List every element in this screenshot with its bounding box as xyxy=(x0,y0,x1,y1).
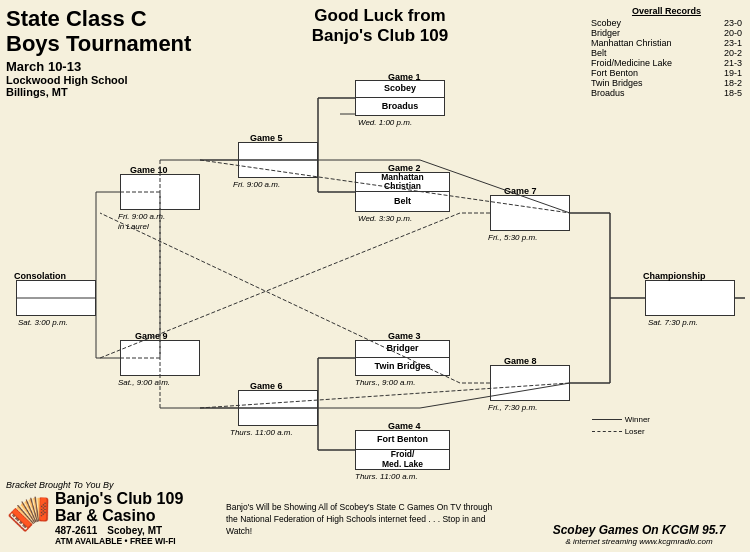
header-center: Good Luck from Banjo's Club 109 xyxy=(280,6,480,47)
record-row: Belt20-2 xyxy=(589,48,744,58)
game3-team2: Twin Bridges xyxy=(356,358,449,375)
game4-box: Fort Benton Froid/Med. Lake xyxy=(355,430,450,470)
game2-box: ManhattanChristian Belt xyxy=(355,172,450,212)
game8-label: Game 8 xyxy=(504,356,537,366)
game3-time: Thurs., 9:00 a.m. xyxy=(355,378,415,387)
record-row: Bridger20-0 xyxy=(589,28,744,38)
game8-time: Fri., 7:30 p.m. xyxy=(488,403,537,412)
tv-text: Banjo's Will be Showing All of Scobey's … xyxy=(226,502,492,536)
record-team-record: 20-0 xyxy=(712,28,744,38)
record-team-name: Broadus xyxy=(589,88,712,98)
banjo-icon: 🪗 xyxy=(6,492,51,534)
game6-label: Game 6 xyxy=(250,381,283,391)
championship-label: Championship xyxy=(643,271,706,281)
game3-box: Bridger Twin Bridges xyxy=(355,340,450,376)
sponsor-phone: 487-2611 xyxy=(55,525,97,536)
loser-legend: Loser xyxy=(592,427,650,436)
sponsor-header: Good Luck from Banjo's Club 109 xyxy=(280,6,480,47)
game1-time: Wed. 1:00 p.m. xyxy=(358,118,412,127)
game6-time: Thurs. 11:00 a.m. xyxy=(230,428,293,437)
records-title: Overall Records xyxy=(589,6,744,16)
bracket-by-text: Bracket Brought To You By xyxy=(6,480,221,490)
bottom-sponsor: Bracket Brought To You By 🪗 Banjo's Club… xyxy=(6,480,221,546)
championship-box xyxy=(645,280,735,316)
record-team-name: Twin Bridges xyxy=(589,78,712,88)
record-team-record: 23-1 xyxy=(712,38,744,48)
record-team-name: Bridger xyxy=(589,28,712,38)
game10-label: Game 10 xyxy=(130,165,168,175)
header-left: State Class C Boys Tournament March 10-1… xyxy=(6,6,226,98)
sponsor-name1: Banjo's Club 109 Bar & Casino xyxy=(55,490,183,525)
record-team-name: Froid/Medicine Lake xyxy=(589,58,712,68)
tournament-location-line2: Billings, MT xyxy=(6,86,226,98)
game3-label: Game 3 xyxy=(388,331,421,341)
website-text: & internet streaming www.kcgmradio.com xyxy=(534,537,744,546)
game2-team1: ManhattanChristian xyxy=(356,173,449,192)
consolation-label: Consolation xyxy=(14,271,66,281)
record-team-record: 18-2 xyxy=(712,78,744,88)
consolation-box xyxy=(16,280,96,316)
bottom-center-text: Banjo's Will be Showing All of Scobey's … xyxy=(226,502,496,538)
game3-team1: Bridger xyxy=(356,341,449,358)
game9-box xyxy=(120,340,200,376)
record-team-name: Manhattan Christian xyxy=(589,38,712,48)
sponsor-location: Scobey, MT xyxy=(107,525,162,536)
game9-label: Game 9 xyxy=(135,331,168,341)
record-team-name: Fort Benton xyxy=(589,68,712,78)
record-team-record: 23-0 xyxy=(712,18,744,28)
game4-team1: Fort Benton xyxy=(356,431,449,450)
legend: Winner Loser xyxy=(592,415,650,436)
record-row: Twin Bridges18-2 xyxy=(589,78,744,88)
tournament-date: March 10-13 xyxy=(6,59,226,74)
game10-time: Fri. 9:00 a.m.in Laurel xyxy=(118,212,165,233)
game2-label: Game 2 xyxy=(388,163,421,173)
game4-team2: Froid/Med. Lake xyxy=(356,450,449,469)
game8-box xyxy=(490,365,570,401)
game9-time: Sat., 9:00 a.m. xyxy=(118,378,170,387)
record-row: Manhattan Christian23-1 xyxy=(589,38,744,48)
record-row: Broadus18-5 xyxy=(589,88,744,98)
game5-label: Game 5 xyxy=(250,133,283,143)
game5-time: Fri. 9:00 a.m. xyxy=(233,180,280,189)
record-row: Froid/Medicine Lake21-3 xyxy=(589,58,744,68)
game7-time: Fri., 5:30 p.m. xyxy=(488,233,537,242)
game4-label: Game 4 xyxy=(388,421,421,431)
game7-label: Game 7 xyxy=(504,186,537,196)
game2-team2: Belt xyxy=(356,192,449,211)
bottom-right: Scobey Games On KCGM 95.7 & internet str… xyxy=(534,523,744,546)
record-team-record: 19-1 xyxy=(712,68,744,78)
game1-team2: Broadus xyxy=(356,98,444,115)
game1-team1: Scobey xyxy=(356,81,444,98)
game1-label: Game 1 xyxy=(388,72,421,82)
record-team-record: 21-3 xyxy=(712,58,744,68)
record-team-record: 18-5 xyxy=(712,88,744,98)
tournament-title: State Class C Boys Tournament xyxy=(6,6,226,57)
game2-time: Wed. 3:30 p.m. xyxy=(358,214,412,223)
game7-box xyxy=(490,195,570,231)
game10-box xyxy=(120,174,200,210)
sponsor-atm: ATM AVAILABLE • FREE WI-FI xyxy=(55,536,183,546)
game1-box: Scobey Broadus xyxy=(355,80,445,116)
station-text: Scobey Games On KCGM 95.7 xyxy=(534,523,744,537)
record-team-name: Scobey xyxy=(589,18,712,28)
records-box: Overall Records Scobey23-0Bridger20-0Man… xyxy=(589,6,744,98)
game6-box xyxy=(238,390,318,426)
record-team-record: 20-2 xyxy=(712,48,744,58)
consolation-time: Sat. 3:00 p.m. xyxy=(18,318,68,327)
championship-time: Sat. 7:30 p.m. xyxy=(648,318,698,327)
game4-time: Thurs. 11:00 a.m. xyxy=(355,472,418,481)
record-row: Fort Benton19-1 xyxy=(589,68,744,78)
tournament-location-line1: Lockwood High School xyxy=(6,74,226,86)
records-table: Scobey23-0Bridger20-0Manhattan Christian… xyxy=(589,18,744,98)
record-row: Scobey23-0 xyxy=(589,18,744,28)
winner-legend: Winner xyxy=(592,415,650,424)
record-team-name: Belt xyxy=(589,48,712,58)
game5-box xyxy=(238,142,318,178)
